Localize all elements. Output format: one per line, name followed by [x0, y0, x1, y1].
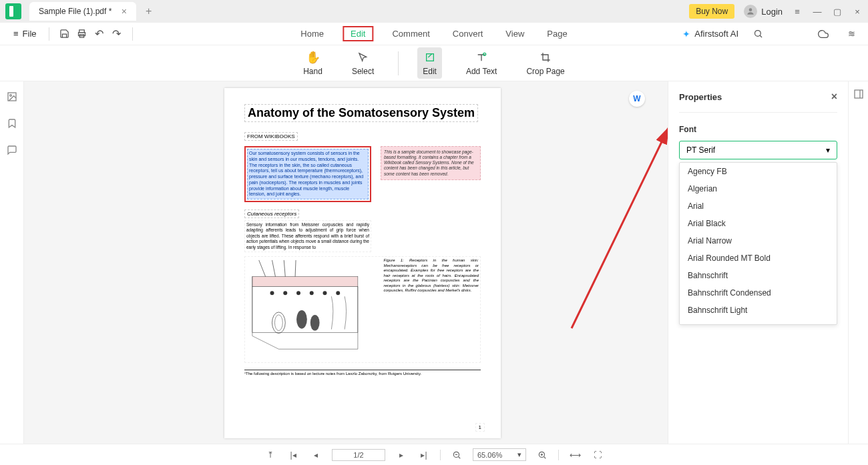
font-option[interactable]: Arial Narrow [680, 232, 837, 250]
font-select[interactable]: PT Serif ▾ [679, 141, 837, 159]
workspace: Anatomy of the Somatosensory System FROM… [0, 81, 868, 444]
svg-point-19 [310, 315, 320, 331]
page-indicator[interactable]: 1/2 [332, 449, 385, 461]
document-tab[interactable]: Sample File (1).pdf * × [29, 2, 136, 21]
minimize-icon[interactable]: — [812, 6, 823, 17]
svg-point-22 [296, 292, 300, 296]
nav-page[interactable]: Page [543, 26, 571, 41]
font-option[interactable]: Agency FB [680, 163, 837, 180]
font-option[interactable]: Bahnschrift Condensed [680, 284, 837, 302]
bookmark-icon[interactable] [6, 117, 18, 129]
figure-caption[interactable]: Figure 1: Receptors in the human skin: M… [383, 257, 481, 362]
save-icon[interactable] [56, 25, 73, 43]
maximize-icon[interactable]: ▢ [832, 6, 843, 17]
zoom-select[interactable]: 65.06% ▾ [473, 448, 526, 461]
add-text-icon [476, 50, 487, 65]
font-option[interactable]: Arial [680, 197, 837, 215]
first-page-icon[interactable]: |◂ [286, 448, 300, 462]
separator [558, 450, 559, 460]
annotation-arrow [565, 121, 668, 335]
ai-assistant-button[interactable]: ✦ Afirstsoft AI [682, 29, 738, 39]
thumbnails-icon[interactable] [6, 91, 18, 103]
nav-view[interactable]: View [501, 26, 528, 41]
scroll-top-icon[interactable]: ⤒ [264, 448, 277, 462]
svg-point-25 [336, 292, 340, 296]
tool-hand[interactable]: ✋ Hand [298, 47, 328, 79]
nav-home[interactable]: Home [296, 26, 328, 41]
svg-line-26 [572, 128, 668, 328]
tool-edit[interactable]: Edit [417, 47, 442, 79]
close-tab-icon[interactable]: × [122, 6, 127, 17]
document-subtitle[interactable]: FROM WIKIBOOKS [244, 132, 298, 141]
collapse-icon[interactable]: ≋ [843, 25, 860, 43]
hamburger-icon: ≡ [13, 29, 19, 39]
close-window-icon[interactable]: × [852, 6, 863, 17]
font-option[interactable]: Bahnschrift Light Condensed [680, 319, 837, 325]
font-option[interactable]: Algerian [680, 180, 837, 197]
svg-line-13 [272, 260, 276, 277]
svg-point-9 [9, 95, 11, 97]
print-icon[interactable] [73, 25, 91, 43]
prev-page-icon[interactable]: ◂ [309, 448, 322, 462]
comment-icon[interactable] [6, 144, 18, 156]
word-export-badge[interactable]: W [629, 91, 645, 107]
svg-point-18 [296, 310, 307, 329]
svg-point-4 [754, 31, 761, 37]
edit-toolbar: ✋ Hand Select Edit Add Text Crop Page [0, 45, 868, 81]
menu-bar: ≡ File ↶ ↷ Home Edit Comment Convert Vie… [0, 23, 868, 45]
tool-add-text[interactable]: Add Text [461, 47, 502, 79]
buy-now-button[interactable]: Buy Now [689, 4, 734, 19]
separator [132, 27, 133, 41]
tool-select[interactable]: Select [347, 47, 379, 79]
zoom-in-icon[interactable] [535, 448, 549, 462]
hamburger-icon[interactable]: ≡ [792, 6, 803, 17]
main-nav: Home Edit Comment Convert View Page [296, 26, 571, 41]
cloud-icon[interactable] [815, 25, 832, 43]
footnote[interactable]: ¹The following description is based on l… [244, 370, 481, 376]
panel-toggle-icon[interactable] [853, 88, 865, 100]
chevron-down-icon: ▾ [517, 450, 521, 459]
font-option[interactable]: Arial Black [680, 215, 837, 232]
pdf-page: Anatomy of the Somatosensory System FROM… [224, 88, 501, 438]
tool-crop-page[interactable]: Crop Page [521, 47, 570, 79]
nav-edit[interactable]: Edit [343, 26, 373, 41]
sidebar-note[interactable]: This is a sample document to showcase pa… [381, 146, 481, 180]
svg-point-0 [749, 8, 752, 11]
right-sidebar [848, 81, 868, 444]
zoom-out-icon[interactable] [450, 448, 463, 462]
document-canvas[interactable]: Anatomy of the Somatosensory System FROM… [24, 81, 668, 444]
search-icon[interactable] [749, 25, 767, 43]
page-number: 1 [475, 423, 485, 432]
next-page-icon[interactable]: ▸ [395, 448, 408, 462]
close-panel-icon[interactable]: × [831, 91, 837, 103]
add-tab-button[interactable]: + [140, 5, 157, 17]
font-option[interactable]: Arial Rounded MT Bold [680, 250, 837, 267]
crop-icon [540, 50, 551, 65]
fit-width-icon[interactable]: ⟷ [568, 448, 582, 462]
svg-point-24 [323, 292, 327, 296]
document-title[interactable]: Anatomy of the Somatosensory System [244, 104, 478, 122]
undo-icon[interactable]: ↶ [91, 25, 108, 43]
figure-block[interactable]: Figure 1: Receptors in the human skin: M… [244, 256, 481, 363]
body-paragraph[interactable]: Sensory information from Meissner corpus… [244, 220, 371, 252]
login-button[interactable]: Login [744, 5, 783, 18]
nav-comment[interactable]: Comment [388, 26, 433, 41]
tab-title: Sample File (1).pdf * [39, 7, 112, 16]
font-section-label: Font [679, 125, 837, 134]
font-option[interactable]: Bahnschrift Light [680, 302, 837, 319]
svg-point-23 [310, 292, 314, 296]
fit-page-icon[interactable]: ⛶ [591, 448, 604, 462]
file-menu[interactable]: ≡ File [8, 26, 42, 41]
subheading[interactable]: Cutaneous receptors [244, 209, 299, 218]
selected-text-block[interactable]: Our somatosensory system consists of sen… [244, 146, 371, 202]
left-sidebar [0, 81, 24, 444]
svg-line-14 [284, 260, 285, 277]
title-bar: Sample File (1).pdf * × + Buy Now Login … [0, 0, 868, 23]
font-option[interactable]: Bahnschrift [680, 267, 837, 284]
last-page-icon[interactable]: ▸| [417, 448, 431, 462]
separator [440, 450, 441, 460]
font-dropdown[interactable]: Agency FBAlgerianArialArial BlackArial N… [679, 162, 837, 325]
nav-convert[interactable]: Convert [449, 26, 487, 41]
redo-icon[interactable]: ↷ [108, 25, 126, 43]
svg-rect-10 [252, 277, 358, 287]
